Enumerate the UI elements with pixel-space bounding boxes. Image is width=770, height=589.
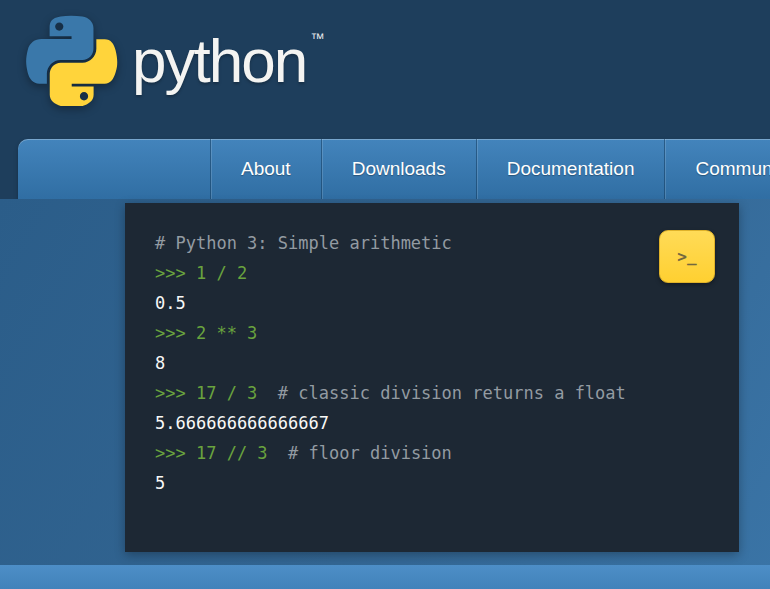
code-segment-comment: # classic division returns a float	[268, 383, 626, 403]
code-segment-code: >>> 17 / 3	[155, 383, 268, 403]
code-line: 8	[155, 348, 709, 378]
code-segment-code: >>> 2 ** 3	[155, 323, 257, 343]
code-line: # Python 3: Simple arithmetic	[155, 228, 709, 258]
main-nav: AboutDownloadsDocumentationCommunity	[18, 139, 770, 199]
code-console: # Python 3: Simple arithmetic>>> 1 / 20.…	[125, 203, 739, 552]
nav-item-about[interactable]: About	[210, 139, 321, 199]
code-segment-comment: # floor division	[278, 443, 452, 463]
code-segment-comment: # Python 3: Simple arithmetic	[155, 233, 452, 253]
code-line: 5.666666666666667	[155, 408, 709, 438]
code-line: 0.5	[155, 288, 709, 318]
code-segment-code: >>> 1 / 2	[155, 263, 247, 283]
hero-banner: # Python 3: Simple arithmetic>>> 1 / 20.…	[0, 199, 770, 589]
site-header: python ™ AboutDownloadsDocumentationComm…	[0, 0, 770, 199]
code-segment-output: 5.666666666666667	[155, 413, 329, 433]
section-divider-band	[0, 565, 770, 589]
trademark-symbol: ™	[310, 30, 324, 46]
nav-item-downloads[interactable]: Downloads	[321, 139, 476, 199]
main-nav-list: AboutDownloadsDocumentationCommunity	[18, 139, 770, 199]
code-lines: # Python 3: Simple arithmetic>>> 1 / 20.…	[155, 228, 709, 498]
code-segment-output: 5	[155, 473, 165, 493]
nav-item-community[interactable]: Community	[664, 139, 770, 199]
python-logo-icon	[26, 14, 118, 110]
code-line: 5	[155, 468, 709, 498]
code-line: >>> 2 ** 3	[155, 318, 709, 348]
nav-item-documentation[interactable]: Documentation	[476, 139, 665, 199]
code-line: >>> 17 / 3 # classic division returns a …	[155, 378, 709, 408]
brand-link[interactable]: python ™	[26, 14, 324, 110]
code-line: >>> 1 / 2	[155, 258, 709, 288]
launch-shell-button[interactable]: >_	[659, 230, 715, 283]
code-segment-output: 8	[155, 353, 165, 373]
site-wordmark: python	[132, 14, 306, 108]
code-segment-code: >>> 17 // 3	[155, 443, 278, 463]
code-line: >>> 17 // 3 # floor division	[155, 438, 709, 468]
code-segment-output: 0.5	[155, 293, 186, 313]
